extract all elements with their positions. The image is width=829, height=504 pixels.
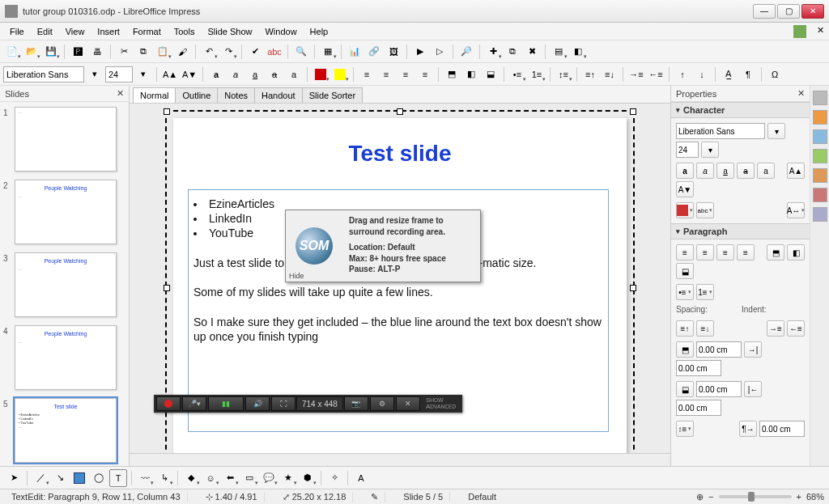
menu-file[interactable]: File	[3, 25, 31, 38]
char-font-combo[interactable]	[676, 123, 765, 139]
sidebar-transition-icon[interactable]	[813, 207, 827, 222]
open-button[interactable]: 📂	[23, 43, 40, 61]
autospell-button[interactable]: abc	[266, 43, 283, 61]
rec-fullscreen-button[interactable]: ⛶	[271, 396, 295, 411]
dec-indent-icon[interactable]: ←≡	[787, 320, 805, 337]
italic-button[interactable]: a	[227, 66, 244, 83]
spellcheck-button[interactable]: ✔	[246, 43, 264, 61]
gluepoints-tool[interactable]: ✧	[325, 469, 343, 487]
font-name-drop[interactable]: ▾	[86, 66, 104, 83]
slide-thumb-4[interactable]: People Watching…	[15, 325, 117, 390]
increase-font-button[interactable]: A▲	[161, 66, 179, 83]
som-hide-link[interactable]: Hide	[289, 272, 304, 280]
tab-notes[interactable]: Notes	[217, 87, 255, 103]
sidebar-navigator-icon[interactable]	[813, 149, 827, 163]
som-recorder-overlay[interactable]: SOM Drag and resize frame to surround re…	[285, 210, 481, 282]
start-slideshow-button[interactable]: ▶	[411, 43, 429, 61]
delete-slide-button[interactable]: ✖	[523, 43, 541, 61]
textbox-tool[interactable]: T	[109, 469, 127, 487]
new-doc-button[interactable]: 📄	[3, 43, 21, 61]
rec-show-advanced[interactable]: SHOWADVANCED	[421, 397, 461, 410]
slides-thumbnails[interactable]: 1… 2People Watching… 3People Watching… 4…	[0, 102, 129, 466]
tab-normal[interactable]: Normal	[133, 87, 176, 103]
char-highlight[interactable]: abc	[696, 202, 714, 218]
zoom-fit-button[interactable]: ⊕	[696, 492, 704, 502]
font-size-drop[interactable]: ▾	[134, 66, 152, 83]
decrease-font-button[interactable]: A▼	[181, 66, 198, 83]
para-valign-bottom[interactable]: ⬓	[676, 263, 694, 279]
rect-tool[interactable]	[70, 469, 88, 487]
slide-thumb-1[interactable]: …	[15, 107, 117, 172]
paste-button[interactable]: 📋	[154, 43, 172, 61]
3d-tool[interactable]: ⬢	[299, 469, 317, 487]
increase-indent-button[interactable]: →≡	[627, 66, 645, 83]
rec-dimensions[interactable]: 714 x 448	[296, 396, 343, 411]
char-italic[interactable]: a	[696, 163, 714, 179]
valign-bottom-button[interactable]: ⬓	[482, 66, 500, 83]
para-numbering[interactable]: 1≡	[696, 284, 714, 300]
align-justify-button[interactable]: ≡	[416, 66, 434, 83]
flowchart-tool[interactable]: ▭	[240, 469, 258, 487]
stars-tool[interactable]: ★	[279, 469, 297, 487]
rec-audio-button[interactable]: 🔊	[245, 396, 270, 411]
line-spacing-select[interactable]: ↕≡	[676, 421, 694, 437]
image-button[interactable]: 🖼	[385, 43, 402, 61]
find-button[interactable]: 🔍	[292, 43, 310, 61]
zoom-in-button[interactable]: +	[797, 492, 801, 502]
char-strike[interactable]: a	[737, 163, 755, 179]
paragraph-section-header[interactable]: Paragraph	[671, 223, 810, 239]
char-font-drop[interactable]: ▾	[767, 123, 785, 139]
sidebar-masterpages-icon[interactable]	[813, 168, 827, 183]
duplicate-slide-button[interactable]: ⧉	[504, 43, 521, 61]
tab-outline[interactable]: Outline	[175, 87, 218, 103]
zoom-slider[interactable]	[719, 495, 792, 498]
move-up-button[interactable]: ↑	[674, 66, 691, 83]
font-size-combo[interactable]	[105, 66, 133, 83]
para-align-right[interactable]: ≡	[716, 244, 734, 260]
document-close-button[interactable]: ✕	[814, 25, 826, 38]
resize-handle-e[interactable]	[630, 285, 636, 291]
curve-tool[interactable]: 〰	[136, 469, 154, 487]
char-size-combo[interactable]	[676, 142, 699, 158]
space-above-input[interactable]	[696, 341, 742, 358]
inc-spacing-icon[interactable]: ≡↑	[676, 320, 694, 337]
align-right-button[interactable]: ≡	[397, 66, 414, 83]
underline-button[interactable]: a	[246, 66, 264, 83]
valign-top-button[interactable]: ⬒	[443, 66, 461, 83]
decrease-indent-button[interactable]: ←≡	[647, 66, 665, 83]
para-align-center[interactable]: ≡	[696, 244, 714, 260]
record-button[interactable]	[156, 396, 181, 411]
ellipse-tool[interactable]: ◯	[90, 469, 108, 487]
para-dialog-button[interactable]: ¶	[739, 66, 757, 83]
table-button[interactable]: ▦	[319, 43, 337, 61]
window-maximize-button[interactable]: ▢	[777, 4, 800, 19]
tab-handout[interactable]: Handout	[254, 87, 303, 103]
indent-right-input[interactable]	[676, 400, 721, 416]
slide-thumb-2[interactable]: People Watching…	[15, 180, 117, 244]
resize-handle-nw[interactable]	[164, 108, 170, 115]
linespacing-button[interactable]: ↕≡	[555, 66, 572, 83]
slide-design-button[interactable]: ◧	[569, 43, 587, 61]
first-line-input[interactable]	[759, 421, 805, 437]
undo-button[interactable]: ↶	[200, 43, 218, 61]
char-decrease-size[interactable]: A▼	[676, 181, 694, 197]
som-control-bar[interactable]: 🎤▾ ▮▮ 🔊 ⛶ 714 x 448 📷 ⚙ ✕ SHOWADVANCED	[154, 395, 462, 413]
slide-thumb-3[interactable]: People Watching…	[15, 252, 117, 317]
select-tool[interactable]: ➤	[5, 469, 23, 487]
fontwork-tool[interactable]: A	[352, 469, 370, 487]
menu-edit[interactable]: Edit	[31, 25, 59, 38]
char-size-drop[interactable]: ▾	[701, 142, 719, 158]
copy-button[interactable]: ⧉	[134, 43, 152, 61]
char-underline[interactable]: a	[716, 163, 734, 179]
cut-button[interactable]: ✂	[115, 43, 133, 61]
menu-slideshow[interactable]: Slide Show	[201, 25, 258, 38]
char-dialog-button[interactable]: A̲	[720, 66, 738, 83]
properties-close[interactable]: ✕	[797, 88, 805, 99]
strike-button[interactable]: a	[266, 66, 283, 83]
char-bold[interactable]: a	[676, 163, 694, 179]
char-font-color[interactable]	[676, 202, 694, 218]
hyperlink-button[interactable]: 🔗	[365, 43, 383, 61]
rec-volume-button[interactable]: ▮▮	[208, 396, 244, 411]
menu-help[interactable]: Help	[304, 25, 335, 38]
move-down-button[interactable]: ↓	[693, 66, 711, 83]
